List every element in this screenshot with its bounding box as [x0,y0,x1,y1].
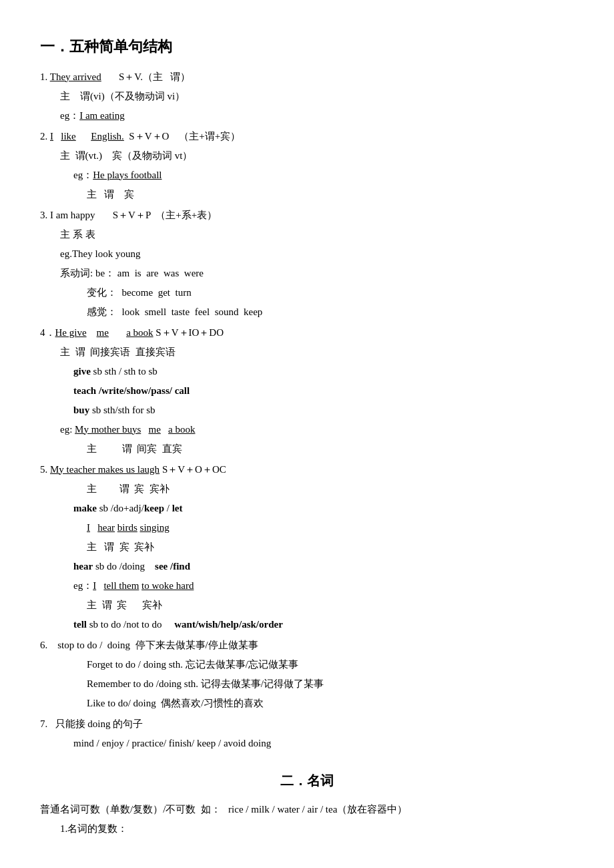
item7-title: 7. 只能接 doing 的句子 [40,715,574,733]
item5-hear1: I hear birds singing [40,519,574,537]
item7-mind: mind / enjoy / practice/ finish/ keep / … [40,734,574,752]
item5-eg: eg：I tell them to woke hard [40,577,574,595]
item5-eg-labels: 主 谓 宾 宾补 [40,596,574,614]
item4-eg-labels: 主 谓 间宾 直宾 [40,440,574,458]
item6-title: 6. stop to do / doing 停下来去做某事/停止做某事 [40,636,574,654]
section2-title: 二．名词 [40,769,574,793]
item1-line1: 1. They arrived S＋V.（主 谓） [40,68,574,86]
section1-title: 一．五种简单句结构 [40,33,574,60]
item4-give: give sb sth / sth to sb [40,363,574,381]
item5-hear-labels: 主 谓 宾 宾补 [40,538,574,556]
item4-teach: teach /write/show/pass/ call [40,382,574,400]
item2-labels: 主 谓 宾 [40,186,574,204]
item2-line2: 主 谓(vt.) 宾（及物动词 vt） [40,147,574,165]
item2-line1: 2. I like English. S＋V＋O （主+谓+宾） [40,128,574,146]
item3-become: 变化： become get turn [40,284,574,302]
item5-tell: tell sb to do /not to do want/wish/help/… [40,616,574,634]
item5-make: make sb /do+adj/keep / let [40,499,574,517]
item6-forget: Forget to do / doing sth. 忘记去做某事/忘记做某事 [40,656,574,674]
item2-eg: eg：He plays football [40,166,574,184]
item3-line1: 3. I am happy S＋V＋P （主+系+表） [40,206,574,224]
item1-line2: 主 谓(vi)（不及物动词 vi） [40,87,574,105]
item3-feel: 感觉： look smell taste feel sound keep [40,303,574,321]
noun-plural: 1.名词的复数： [40,820,574,838]
item5-line2: 主 谓 宾 宾补 [40,480,574,498]
item5-hear2: hear sb do /doing see /find [40,558,574,576]
item4-eg: eg: My mother buys me a book [40,421,574,439]
item4-line2: 主 谓 间接宾语 直接宾语 [40,343,574,361]
section1-content: 1. They arrived S＋V.（主 谓） 主 谓(vi)（不及物动词 … [40,68,574,752]
item6-remember: Remember to do /doing sth. 记得去做某事/记得做了某事 [40,675,574,693]
item5-line1: 5. My teacher makes us laugh S＋V＋O＋OC [40,461,574,479]
item4-buy: buy sb sth/sth for sb [40,401,574,419]
item6-like: Like to do/ doing 偶然喜欢/习惯性的喜欢 [40,694,574,712]
section2-content: 普通名词可数（单数/复数）/不可数 如： rice / milk / water… [40,801,574,838]
item3-eg: eg.They look young [40,245,574,263]
item3-be: 系动词: be： am is are was were [40,264,574,282]
item4-line1: 4．He give me a book S＋V＋IO＋DO [40,324,574,342]
item1-eg: eg：I am eating [40,107,574,125]
item3-line2: 主 系 表 [40,226,574,244]
noun-intro: 普通名词可数（单数/复数）/不可数 如： rice / milk / water… [40,801,574,819]
